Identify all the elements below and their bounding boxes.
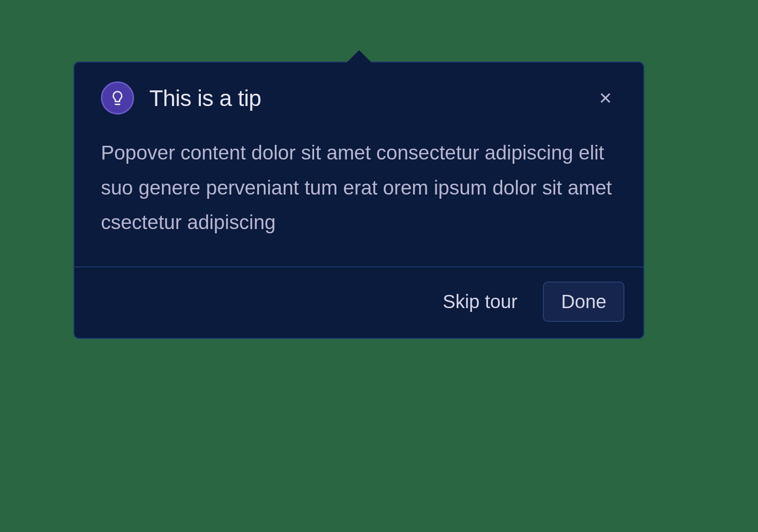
popover-title: This is a tip	[149, 85, 261, 111]
tip-popover: This is a tip Popover content dolor sit …	[73, 62, 644, 339]
popover-content-text: Popover content dolor sit amet consectet…	[101, 135, 617, 240]
lightbulb-icon	[109, 89, 126, 106]
popover-container: This is a tip Popover content dolor sit …	[73, 62, 644, 339]
popover-footer: Skip tour Done	[74, 266, 643, 338]
done-button[interactable]: Done	[543, 282, 624, 322]
popover-body: Popover content dolor sit amet consectet…	[74, 115, 643, 266]
popover-arrow	[347, 50, 371, 62]
lightbulb-icon-container	[101, 81, 134, 115]
close-icon	[598, 90, 613, 106]
skip-tour-button[interactable]: Skip tour	[433, 285, 527, 318]
popover-header: This is a tip	[74, 62, 643, 115]
close-button[interactable]	[594, 87, 617, 109]
header-left: This is a tip	[101, 81, 261, 115]
